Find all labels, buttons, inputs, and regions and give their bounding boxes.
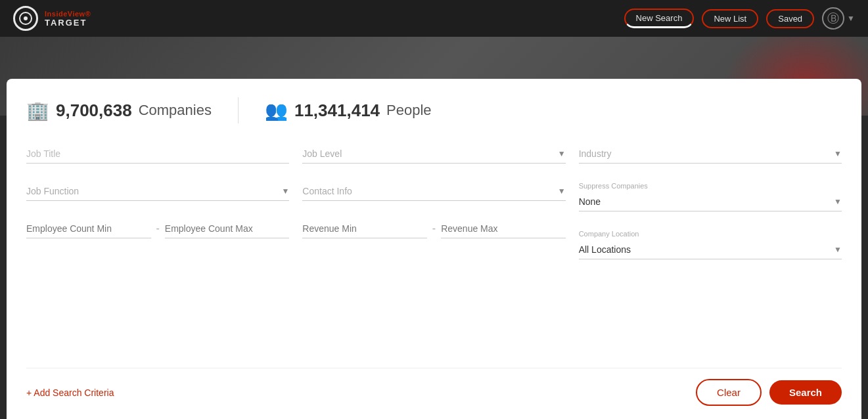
new-search-button[interactable]: New Search: [624, 9, 695, 28]
job-level-group: Job Level ▼: [302, 144, 565, 164]
job-function-label: Job Function: [26, 186, 79, 196]
employee-count-group: -: [26, 219, 289, 238]
range-separator-2: -: [432, 223, 436, 238]
nav-right: New Search New List Saved Ⓑ ▼: [624, 7, 855, 30]
suppress-companies-select[interactable]: None ▼: [579, 192, 842, 211]
employee-count-max-input[interactable]: [165, 219, 290, 238]
company-location-select[interactable]: All Locations ▼: [579, 240, 842, 259]
form-col-3: Industry ▼ Suppress Companies None ▼ Com…: [579, 144, 842, 368]
company-location-arrow-icon: ▼: [834, 245, 842, 254]
industry-arrow-icon: ▼: [834, 149, 842, 158]
header: InsideView® TARGET New Search New List S…: [0, 0, 868, 37]
revenue-min-input[interactable]: [302, 219, 427, 238]
footer-buttons: Clear Search: [696, 379, 842, 406]
logo-icon: [13, 6, 38, 31]
industry-group: Industry ▼: [579, 144, 842, 164]
contact-info-select[interactable]: Contact Info ▼: [302, 182, 565, 201]
job-title-field[interactable]: [26, 144, 289, 164]
search-button[interactable]: Search: [769, 380, 842, 405]
form-col-1: Job Function ▼ -: [26, 144, 289, 368]
revenue-max-field: [441, 219, 566, 238]
logo-area: InsideView® TARGET: [13, 6, 91, 31]
job-level-select[interactable]: Job Level ▼: [302, 144, 565, 164]
job-title-input[interactable]: [26, 148, 289, 159]
new-list-button[interactable]: New List: [702, 9, 758, 28]
people-stat: 👥 11,341,414 People: [265, 100, 432, 121]
employee-count-max-field: [165, 219, 290, 238]
revenue-max-input[interactable]: [441, 219, 566, 238]
logo-brand: InsideView®: [45, 10, 91, 18]
revenue-group: -: [302, 219, 565, 238]
company-location-group: Company Location All Locations ▼: [579, 230, 842, 259]
user-avatar: Ⓑ: [822, 7, 844, 30]
companies-stat: 🏢 9,700,638 Companies: [26, 100, 212, 121]
add-search-criteria-link[interactable]: + Add Search Criteria: [26, 387, 114, 398]
people-label: People: [386, 102, 432, 119]
companies-icon: 🏢: [26, 100, 49, 121]
main-card: 🏢 9,700,638 Companies 👥 11,341,414 Peopl…: [7, 79, 861, 419]
range-separator-1: -: [156, 223, 160, 238]
logo-text: InsideView® TARGET: [45, 10, 91, 28]
form-col-2: Job Level ▼ Contact Info ▼ -: [302, 144, 565, 368]
user-area[interactable]: Ⓑ ▼: [822, 7, 855, 30]
job-title-group: [26, 144, 289, 164]
people-count: 11,341,414: [294, 100, 380, 121]
industry-select[interactable]: Industry ▼: [579, 144, 842, 164]
employee-count-range: -: [26, 219, 289, 238]
job-function-group: Job Function ▼: [26, 182, 289, 201]
logo-product: TARGET: [45, 18, 91, 28]
saved-button[interactable]: Saved: [766, 9, 814, 28]
suppress-companies-group: Suppress Companies None ▼: [579, 182, 842, 211]
job-function-arrow-icon: ▼: [281, 187, 289, 196]
suppress-companies-value: None: [579, 196, 601, 207]
industry-label: Industry: [579, 148, 612, 159]
employee-count-min-field: [26, 219, 151, 238]
companies-count: 9,700,638: [56, 100, 132, 121]
search-form: Job Function ▼ -: [26, 144, 842, 368]
job-level-arrow-icon: ▼: [558, 149, 566, 158]
companies-label: Companies: [139, 102, 212, 119]
people-icon: 👥: [265, 100, 288, 121]
job-level-label: Job Level: [302, 148, 342, 159]
clear-button[interactable]: Clear: [696, 379, 762, 406]
revenue-range: -: [302, 219, 565, 238]
contact-info-group: Contact Info ▼: [302, 182, 565, 201]
revenue-min-field: [302, 219, 427, 238]
stats-row: 🏢 9,700,638 Companies 👥 11,341,414 Peopl…: [26, 97, 842, 123]
footer-row: + Add Search Criteria Clear Search: [26, 368, 842, 406]
employee-count-min-input[interactable]: [26, 219, 151, 238]
suppress-companies-arrow-icon: ▼: [834, 197, 842, 206]
company-location-label: Company Location: [579, 230, 842, 238]
suppress-companies-label: Suppress Companies: [579, 182, 842, 190]
stat-separator: [238, 97, 239, 123]
chevron-down-icon: ▼: [847, 14, 855, 23]
job-function-select[interactable]: Job Function ▼: [26, 182, 289, 201]
company-location-value: All Locations: [579, 244, 631, 255]
contact-info-label: Contact Info: [302, 186, 352, 196]
contact-info-arrow-icon: ▼: [558, 187, 566, 196]
